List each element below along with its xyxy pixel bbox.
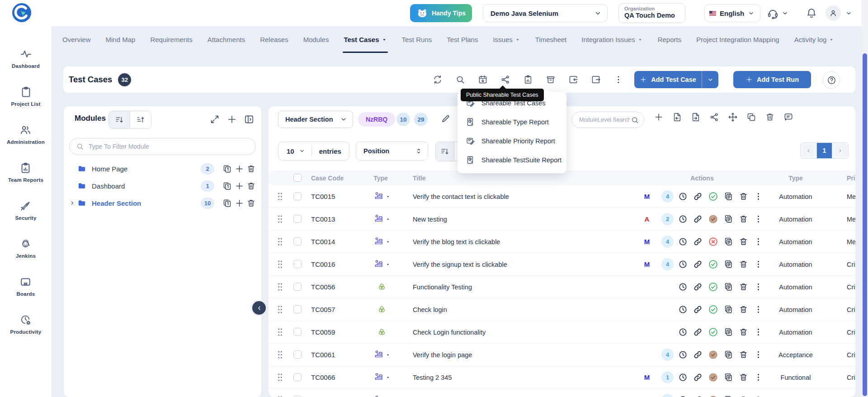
page-size-select[interactable]: 10 <box>278 147 311 155</box>
link-icon[interactable] <box>693 214 703 224</box>
plus-icon[interactable] <box>235 164 244 174</box>
add-test-run-button[interactable]: Add Test Run <box>733 71 811 88</box>
trash-icon[interactable] <box>739 260 748 269</box>
kebab-icon[interactable] <box>754 282 763 292</box>
search-icon[interactable] <box>631 116 639 124</box>
link-icon[interactable] <box>693 260 703 269</box>
row-checkbox[interactable] <box>293 260 302 268</box>
copy-rows-icon[interactable] <box>724 192 733 201</box>
chevron-right-icon[interactable] <box>69 200 75 206</box>
sidebar-item-team-reports[interactable]: Team Reports <box>8 162 43 183</box>
drag-icon[interactable] <box>277 327 283 337</box>
case-type-select[interactable] <box>370 208 393 230</box>
drag-icon[interactable] <box>277 214 283 224</box>
row-checkbox[interactable] <box>293 215 302 223</box>
copy-rows-icon[interactable] <box>724 395 733 397</box>
column-header-type[interactable]: Type <box>370 175 392 182</box>
link-icon[interactable] <box>693 373 703 382</box>
share-icon[interactable] <box>709 112 719 122</box>
search-icon[interactable] <box>455 75 465 85</box>
copy-rows-icon[interactable] <box>724 237 733 246</box>
drag-icon[interactable] <box>277 236 283 247</box>
trash-icon[interactable] <box>765 112 775 122</box>
drag-icon[interactable] <box>277 304 283 315</box>
export-box-icon[interactable] <box>591 75 601 85</box>
clock-icon[interactable] <box>678 350 688 359</box>
case-type-select[interactable] <box>370 389 393 397</box>
column-header-title[interactable]: Title <box>413 175 426 182</box>
status-untested-icon[interactable] <box>708 214 718 224</box>
link-icon[interactable] <box>693 305 703 314</box>
current-page-button[interactable]: 1 <box>816 143 832 158</box>
copy-rows-icon[interactable] <box>724 350 733 359</box>
module-item-home-page[interactable]: Home Page2 <box>64 160 261 177</box>
trash-icon[interactable] <box>246 181 256 191</box>
tab-requirements[interactable]: Requirements <box>150 26 192 53</box>
trash-icon[interactable] <box>739 327 748 337</box>
clock-icon[interactable] <box>678 305 688 314</box>
clock-icon[interactable] <box>678 373 688 382</box>
tab-releases[interactable]: Releases <box>260 26 288 53</box>
trash-icon[interactable] <box>739 305 748 314</box>
drag-icon[interactable] <box>277 191 283 202</box>
drag-icon[interactable] <box>277 259 283 269</box>
file-export-icon[interactable] <box>691 112 701 122</box>
case-type-select[interactable] <box>370 366 393 388</box>
linked-count-badge[interactable]: 1 <box>661 394 674 397</box>
row-checkbox[interactable] <box>293 305 302 313</box>
status-pass-icon[interactable] <box>708 191 718 202</box>
archive-remove-icon[interactable] <box>546 75 556 85</box>
tab-mind-map[interactable]: Mind Map <box>106 26 136 53</box>
drag-icon[interactable] <box>277 395 283 397</box>
status-pass-icon[interactable] <box>708 304 718 315</box>
sidebar-item-administration[interactable]: Administration <box>7 124 45 145</box>
menu-item-shareable-priority-report[interactable]: Shareable Priority Report <box>458 132 566 151</box>
menu-item-shareable-testsuite-report[interactable]: Shareable TestSuite Report <box>458 151 566 170</box>
share-icon[interactable] <box>500 75 510 85</box>
sort-field-select[interactable]: Position <box>356 142 428 161</box>
trash-icon[interactable] <box>739 237 748 246</box>
kebab-icon[interactable] <box>754 237 763 246</box>
next-page-button[interactable] <box>832 143 848 158</box>
previous-page-button[interactable] <box>801 143 816 158</box>
linked-count-badge[interactable]: 4 <box>661 236 674 248</box>
select-all-checkbox[interactable] <box>293 174 302 182</box>
sidebar-item-boards[interactable]: Boards <box>17 276 35 297</box>
status-untested-icon[interactable] <box>708 372 718 383</box>
column-header-case-code[interactable]: Case Code <box>311 175 344 182</box>
status-pass-icon[interactable] <box>708 282 718 292</box>
duplicate-one-icon[interactable] <box>222 164 232 174</box>
linked-count-badge[interactable]: 1 <box>661 371 674 383</box>
kebab-icon[interactable] <box>754 192 763 201</box>
add-test-case-button[interactable]: Add Test Case <box>634 71 718 88</box>
status-pass-icon[interactable] <box>708 327 718 337</box>
row-checkbox[interactable] <box>293 373 302 381</box>
kebab-icon[interactable] <box>613 75 623 85</box>
sidebar-item-jenkins[interactable]: Jenkins <box>16 238 36 259</box>
kebab-icon[interactable] <box>754 327 763 337</box>
plus-icon[interactable] <box>654 112 664 122</box>
link-icon[interactable] <box>693 237 703 246</box>
copy-rows-icon[interactable] <box>724 327 733 337</box>
case-type-select[interactable] <box>370 276 393 298</box>
sidebar-item-security[interactable]: Security <box>15 200 37 221</box>
expand-icon[interactable] <box>209 114 220 125</box>
comment-icon[interactable] <box>783 112 793 122</box>
clock-icon[interactable] <box>678 395 688 397</box>
linked-count-badge[interactable]: 4 <box>661 190 674 203</box>
row-checkbox[interactable] <box>293 350 302 359</box>
drag-icon[interactable] <box>277 372 283 383</box>
sidebar-item-productivity[interactable]: Productivity <box>10 314 42 335</box>
clock-icon[interactable] <box>678 282 688 292</box>
module-stat-badge-b[interactable]: 29 <box>414 113 428 126</box>
refresh-icon[interactable] <box>433 75 443 85</box>
tab-project-integration-mapping[interactable]: Project Integration Mapping <box>696 26 779 53</box>
drag-icon[interactable] <box>277 282 283 292</box>
scrollbar-track[interactable] <box>862 0 868 397</box>
edit-module-icon[interactable] <box>441 114 450 123</box>
tab-attachments[interactable]: Attachments <box>208 26 245 53</box>
trash-icon[interactable] <box>739 350 748 359</box>
case-type-select[interactable] <box>370 321 393 343</box>
help-button[interactable] <box>823 71 840 89</box>
link-icon[interactable] <box>693 350 703 359</box>
